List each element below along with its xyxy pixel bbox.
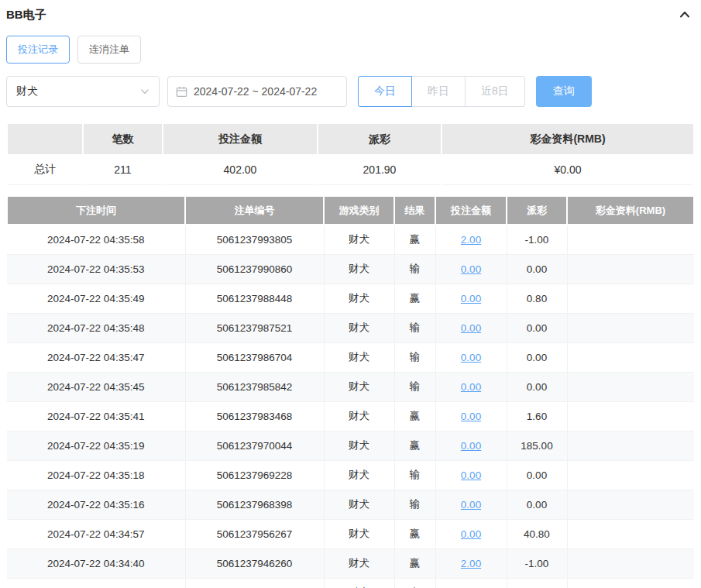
- order-id: 5061237970044: [185, 431, 324, 460]
- quick-button-yesterday[interactable]: 昨日: [411, 76, 466, 107]
- order-id: 5061237956267: [185, 519, 324, 548]
- game-type: 财犬: [324, 548, 394, 578]
- bonus: [567, 431, 694, 460]
- table-row: 2024-07-22 04:35:495061237988448财犬赢0.000…: [7, 284, 694, 313]
- payout: 0.70: [507, 578, 567, 588]
- payout: 185.00: [507, 431, 567, 460]
- order-id: 5061237990860: [185, 254, 324, 284]
- bet-records-panel: BB电子 投注记录 连消注单 财犬 2024-07-22 ~ 2024-07-2…: [0, 0, 701, 588]
- bet-amount-cell: 0.00: [435, 254, 507, 284]
- payout: 0.80: [507, 284, 567, 313]
- order-id: 5061237987521: [185, 313, 324, 342]
- bonus: [567, 225, 694, 254]
- summary-header-bonus: 彩金资料(RMB): [442, 124, 693, 154]
- result: 输: [394, 460, 435, 490]
- bet-time: 2024-07-22 04:35:53: [7, 254, 185, 284]
- result: 赢: [394, 578, 435, 588]
- bet-time: 2024-07-22 04:35:19: [7, 431, 185, 460]
- payout: -1.00: [507, 225, 567, 254]
- table-row: 2024-07-22 04:35:535061237990860财犬输0.000…: [7, 254, 694, 284]
- order-id: 5061237946260: [185, 548, 324, 578]
- payout: 0.00: [507, 254, 567, 284]
- bonus: [567, 548, 694, 578]
- bet-table-body: 2024-07-22 04:35:585061237993805财犬赢2.00-…: [7, 225, 694, 588]
- payout: -1.00: [507, 548, 567, 578]
- quick-button-today[interactable]: 今日: [358, 76, 412, 107]
- bet-amount-cell: 0.00: [435, 284, 507, 313]
- tab-cancelled-orders[interactable]: 连消注单: [77, 36, 141, 64]
- game-type: 财犬: [324, 460, 394, 490]
- bet-amount-link[interactable]: 0.00: [461, 352, 481, 363]
- result: 赢: [394, 225, 435, 254]
- col-header-bet-time: 下注时间: [7, 196, 185, 225]
- payout: 40.80: [507, 519, 567, 548]
- bet-amount-link[interactable]: 0.00: [461, 499, 481, 511]
- search-button[interactable]: 查询: [536, 76, 592, 107]
- table-row: 2024-07-22 04:35:415061237983468财犬赢0.001…: [7, 401, 694, 431]
- result: 输: [394, 342, 435, 372]
- summary-table: 笔数 投注金额 派彩 彩金资料(RMB) 总计 211 402.00 201.9…: [6, 124, 695, 185]
- bet-amount-link[interactable]: 0.00: [461, 263, 481, 275]
- result: 赢: [394, 519, 435, 548]
- game-select[interactable]: 财犬: [6, 76, 160, 107]
- order-id: 5061237969228: [185, 460, 324, 490]
- filter-bar: 财犬 2024-07-22 ~ 2024-07-22 今日 昨日 近8日 查询: [6, 76, 695, 107]
- quick-button-last-8-days[interactable]: 近8日: [465, 76, 525, 107]
- bet-amount-link[interactable]: 0.00: [461, 411, 481, 422]
- quick-date-buttons: 今日 昨日 近8日: [358, 76, 525, 107]
- bet-amount-cell: 0.00: [435, 490, 507, 519]
- order-id: 5061237988448: [185, 284, 324, 313]
- tab-bar: 投注记录 连消注单: [6, 36, 695, 64]
- bet-table: 下注时间 注单编号 游戏类别 结果 投注金额 派彩 彩金资料(RMB) 2024…: [6, 195, 695, 588]
- date-range-input[interactable]: 2024-07-22 ~ 2024-07-22: [167, 76, 347, 107]
- table-row: 2024-07-22 04:34:375061237943865财犬赢2.000…: [7, 578, 694, 588]
- table-row: 2024-07-22 04:35:185061237969228财犬输0.000…: [7, 460, 694, 490]
- bet-amount-link[interactable]: 2.00: [461, 558, 481, 569]
- bet-time: 2024-07-22 04:35:48: [7, 313, 185, 342]
- bet-time: 2024-07-22 04:35:47: [7, 342, 185, 372]
- tab-bet-records[interactable]: 投注记录: [6, 36, 70, 64]
- bet-amount-cell: 0.00: [435, 372, 507, 401]
- bet-amount-cell: 0.00: [435, 519, 507, 548]
- bet-amount-cell: 2.00: [435, 578, 507, 588]
- summary-header-payout: 派彩: [318, 124, 441, 154]
- bet-amount-link[interactable]: 2.00: [461, 234, 481, 246]
- bet-time: 2024-07-22 04:35:58: [7, 225, 185, 254]
- bet-amount-link[interactable]: 0.00: [461, 293, 481, 304]
- payout: 0.00: [507, 313, 567, 342]
- bet-amount-link[interactable]: 0.00: [461, 528, 481, 540]
- bonus: [567, 460, 694, 490]
- table-row: 2024-07-22 04:35:195061237970044财犬赢0.001…: [7, 431, 694, 460]
- result: 赢: [394, 284, 435, 313]
- bet-amount-link[interactable]: 0.00: [461, 322, 481, 334]
- order-id: 5061237986704: [185, 342, 324, 372]
- game-type: 财犬: [324, 578, 394, 588]
- bet-amount-cell: 0.00: [435, 342, 507, 372]
- summary-total-bet-amount: 402.00: [163, 154, 317, 185]
- payout: 0.00: [507, 342, 567, 372]
- col-header-result: 结果: [394, 196, 435, 225]
- col-header-bonus: 彩金资料(RMB): [567, 196, 694, 225]
- bet-time: 2024-07-22 04:35:49: [7, 284, 185, 313]
- col-header-game-type: 游戏类别: [324, 196, 394, 225]
- summary-header-bet-amount: 投注金额: [163, 124, 317, 154]
- game-type: 财犬: [324, 313, 394, 342]
- game-type: 财犬: [324, 519, 394, 548]
- bet-amount-cell: 0.00: [435, 401, 507, 431]
- payout: 0.00: [507, 372, 567, 401]
- order-id: 5061237943865: [185, 578, 324, 588]
- game-type: 财犬: [324, 284, 394, 313]
- bet-amount-cell: 0.00: [435, 313, 507, 342]
- bet-amount-link[interactable]: 0.00: [461, 440, 481, 452]
- bonus: [567, 313, 694, 342]
- bonus: [567, 578, 694, 588]
- collapse-button[interactable]: [676, 6, 693, 23]
- bet-amount-link[interactable]: 0.00: [461, 381, 481, 393]
- game-type: 财犬: [324, 254, 394, 284]
- table-row: 2024-07-22 04:35:475061237986704财犬输0.000…: [7, 342, 694, 372]
- result: 赢: [394, 401, 435, 431]
- summary-total-count: 211: [84, 154, 162, 185]
- bonus: [567, 254, 694, 284]
- result: 输: [394, 313, 435, 342]
- bet-amount-link[interactable]: 0.00: [461, 469, 481, 481]
